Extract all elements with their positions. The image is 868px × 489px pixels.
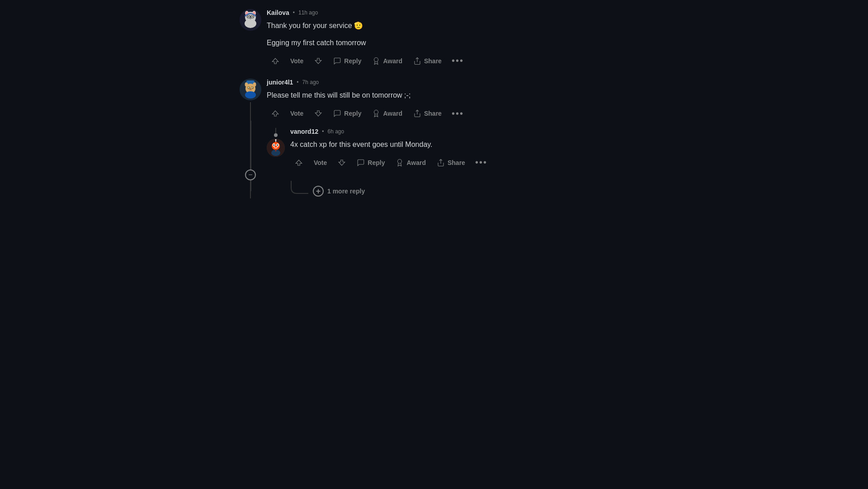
downvote-button-kailova[interactable] <box>310 54 327 68</box>
award-button-kailova[interactable]: Award <box>368 54 407 68</box>
reply-button-junior[interactable]: Reply <box>329 107 366 120</box>
share-icon-vanord <box>437 159 445 167</box>
svg-point-9 <box>250 18 251 19</box>
vote-section-junior: Vote <box>267 107 327 120</box>
reply-icon-junior <box>333 109 341 118</box>
vote-section-vanord: Vote <box>290 156 350 169</box>
reply-icon <box>333 57 341 65</box>
svg-point-42 <box>398 159 402 163</box>
downvote-button-junior[interactable] <box>310 107 327 120</box>
svg-point-24 <box>249 88 250 89</box>
comment-thread-junior: − junior4l1 • 7h ago Please tell me this… <box>240 79 628 198</box>
share-icon <box>413 57 421 65</box>
downvote-icon <box>314 57 322 65</box>
svg-point-7 <box>248 16 249 17</box>
upvote-button-junior[interactable] <box>267 107 284 120</box>
svg-point-37 <box>274 144 275 146</box>
reply-button-vanord[interactable]: Reply <box>352 156 389 169</box>
comment-line2: Egging my first catch tomorrow <box>267 37 628 49</box>
award-label-junior: Award <box>383 110 402 117</box>
username-vanord: vanord12 <box>290 128 318 135</box>
award-button-junior[interactable]: Award <box>368 107 407 120</box>
comments-section: Kailova • 11h ago Thank you for your ser… <box>231 0 637 218</box>
svg-point-31 <box>374 110 378 114</box>
svg-point-14 <box>374 57 378 61</box>
nested-connector-line <box>275 128 276 133</box>
svg-point-40 <box>275 139 277 141</box>
avatar-vanord <box>267 139 285 157</box>
comment-actions-vanord: Vote Rep <box>290 155 628 169</box>
svg-point-27 <box>250 89 251 89</box>
comment-junior: − junior4l1 • 7h ago Please tell me this… <box>240 79 628 198</box>
svg-point-8 <box>252 16 253 17</box>
upvote-button-vanord[interactable] <box>290 156 307 169</box>
comment-kailova: Kailova • 11h ago Thank you for your ser… <box>240 9 628 68</box>
vote-label-kailova[interactable]: Vote <box>286 55 308 67</box>
comment-text-kailova: Thank you for your service 🫡 Egging my f… <box>267 20 628 48</box>
username-junior: junior4l1 <box>267 79 293 86</box>
reply-label: Reply <box>344 57 361 65</box>
comment-body-kailova: Kailova • 11h ago Thank you for your ser… <box>267 9 628 68</box>
more-replies-button[interactable]: + 1 more reply <box>313 184 365 198</box>
award-label: Award <box>383 57 402 65</box>
share-button-junior[interactable]: Share <box>409 107 446 120</box>
downvote-icon-junior <box>314 109 322 118</box>
upvote-icon-vanord <box>295 159 303 167</box>
comment-text-vanord: 4x catch xp for this event goes until Mo… <box>290 139 628 150</box>
comment-actions-kailova: Vote Reply <box>267 54 628 68</box>
comment-header-kailova: Kailova • 11h ago <box>267 9 628 16</box>
reply-label-vanord: Reply <box>368 159 385 166</box>
avatar-vanord-image <box>267 139 285 157</box>
comment-body-junior: junior4l1 • 7h ago Please tell me this w… <box>267 79 628 198</box>
share-label: Share <box>424 57 442 65</box>
vote-label-junior[interactable]: Vote <box>286 107 308 120</box>
comment-body-vanord: vanord12 • 6h ago 4x catch xp for this e… <box>290 128 628 199</box>
award-icon-junior <box>372 109 380 118</box>
more-replies-plus-icon: + <box>313 186 324 197</box>
award-icon <box>372 57 380 65</box>
more-replies-section: + 1 more reply <box>290 177 628 198</box>
nested-comment-vanord: vanord12 • 6h ago 4x catch xp for this e… <box>267 128 628 199</box>
more-button-vanord[interactable]: ••• <box>472 155 491 169</box>
reply-button-kailova[interactable]: Reply <box>329 54 366 68</box>
comment-header-vanord: vanord12 • 6h ago <box>290 128 628 135</box>
vote-section-kailova: Vote <box>267 54 327 68</box>
connector-dot <box>274 133 278 137</box>
reply-label-junior: Reply <box>344 110 361 117</box>
svg-point-25 <box>252 88 253 89</box>
svg-point-38 <box>277 144 278 146</box>
timestamp-vanord: 6h ago <box>327 128 344 135</box>
downvote-button-vanord[interactable] <box>333 156 350 169</box>
upvote-icon-junior <box>271 109 279 118</box>
vote-label-vanord[interactable]: Vote <box>309 156 331 169</box>
reply-icon-vanord <box>357 159 365 167</box>
comment-header-junior: junior4l1 • 7h ago <box>267 79 628 86</box>
comment-actions-junior: Vote Reply <box>267 107 628 121</box>
share-icon-junior <box>413 109 421 118</box>
upvote-button-kailova[interactable] <box>267 54 284 68</box>
comment-text-junior: Please tell me this will still be on tom… <box>267 89 628 101</box>
avatar-kailova <box>240 9 261 31</box>
timestamp-junior: 7h ago <box>302 79 319 85</box>
avatar-junior <box>240 79 261 100</box>
more-replies-curve <box>290 181 308 194</box>
svg-point-28 <box>245 83 248 87</box>
avatar-kailova-image <box>240 9 261 31</box>
svg-point-30 <box>245 91 256 99</box>
username-kailova: Kailova <box>267 9 289 16</box>
share-label-vanord: Share <box>448 159 465 166</box>
timestamp-kailova: 11h ago <box>298 9 318 16</box>
more-button-junior[interactable]: ••• <box>448 107 467 121</box>
collapse-button-junior[interactable]: − <box>245 169 256 180</box>
award-icon-vanord <box>396 159 404 167</box>
share-label-junior: Share <box>424 110 442 117</box>
comment-line1: Thank you for your service 🫡 <box>267 20 628 32</box>
more-button-kailova[interactable]: ••• <box>448 54 467 68</box>
downvote-icon-vanord <box>338 159 346 167</box>
more-replies-label: 1 more reply <box>327 188 365 195</box>
award-button-vanord[interactable]: Award <box>391 156 430 169</box>
award-label-vanord: Award <box>406 159 426 166</box>
avatar-junior-image <box>240 79 261 100</box>
share-button-kailova[interactable]: Share <box>409 54 446 68</box>
share-button-vanord[interactable]: Share <box>432 156 470 169</box>
